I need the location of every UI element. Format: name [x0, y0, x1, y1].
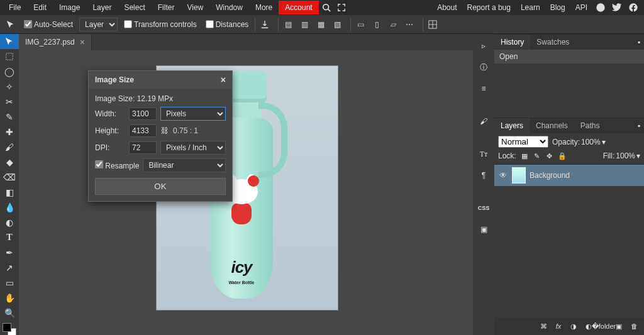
more-align-icon[interactable]: ⋯	[402, 18, 416, 31]
width-input[interactable]	[129, 107, 157, 120]
delete-layer-icon[interactable]: 🗑	[629, 321, 639, 331]
twitter-icon[interactable]	[611, 2, 623, 13]
tab-paths[interactable]: Paths	[574, 118, 606, 133]
gradient-tool[interactable]: ◧	[0, 185, 19, 200]
panel-character-icon[interactable]: Tт	[475, 146, 492, 162]
zoom-tool[interactable]: 🔍	[0, 305, 19, 321]
dialog-close-icon[interactable]: ×	[221, 75, 226, 85]
link-api[interactable]: API	[570, 1, 592, 14]
pen-tool[interactable]: ✒	[0, 245, 19, 260]
layers-panel-menu-icon[interactable]: ▪	[634, 120, 644, 131]
link-report-bug[interactable]: Report a bug	[462, 1, 516, 14]
lock-pixels-icon[interactable]: ▦	[520, 151, 529, 160]
layer-mask-icon[interactable]: ◑	[569, 321, 579, 331]
clone-tool[interactable]: ◆	[0, 155, 19, 170]
blend-mode-select[interactable]: Normal	[498, 136, 548, 148]
color-swatches[interactable]	[3, 323, 16, 335]
menu-file[interactable]: File	[3, 1, 27, 14]
layer-folder-icon[interactable]: �folder	[599, 321, 609, 331]
search-icon[interactable]	[319, 0, 334, 15]
menu-filter[interactable]: Filter	[152, 1, 181, 14]
grid-icon[interactable]	[426, 18, 440, 31]
height-input[interactable]	[129, 124, 157, 137]
distribute-spacing-icon[interactable]: ▱	[386, 18, 400, 31]
transform-controls-checkbox[interactable]: Transform controls	[121, 20, 199, 29]
dodge-tool[interactable]: ◐	[0, 215, 19, 230]
dpi-units-select[interactable]: Pixels / Inch	[160, 141, 226, 155]
fill-value[interactable]: 100%	[616, 151, 635, 160]
eyedropper-tool[interactable]: ✎	[0, 109, 19, 124]
eraser-tool[interactable]: ⌫	[0, 170, 19, 185]
lock-position-icon[interactable]: ✥	[545, 151, 554, 160]
link-layers-icon[interactable]: ⌘	[538, 321, 548, 331]
menu-select[interactable]: Select	[118, 1, 151, 14]
path-tool[interactable]: ↗	[0, 260, 19, 275]
healing-tool[interactable]: ✚	[0, 124, 19, 140]
layer-row[interactable]: 👁 Background	[494, 165, 644, 186]
opacity-flyout-icon[interactable]: ▾	[602, 138, 606, 146]
brush-tool[interactable]: 🖌	[0, 140, 19, 155]
distribute-v-icon[interactable]: ▯	[370, 18, 384, 31]
history-item[interactable]: Open	[494, 50, 644, 63]
menu-more[interactable]: More	[249, 1, 279, 14]
lasso-tool[interactable]: ◯	[0, 64, 19, 79]
link-blog[interactable]: Blog	[545, 1, 570, 14]
close-tab-icon[interactable]: ×	[80, 37, 85, 47]
new-layer-icon[interactable]: ▣	[614, 321, 624, 331]
tab-history[interactable]: History	[494, 35, 530, 50]
distribute-h-icon[interactable]: ▭	[353, 18, 367, 31]
fullscreen-icon[interactable]	[334, 0, 349, 15]
panel-cursor-icon[interactable]: ▹	[475, 38, 492, 54]
type-tool[interactable]: T	[0, 230, 19, 245]
move-tool[interactable]	[0, 34, 19, 49]
constrain-link-icon[interactable]: ⛓	[160, 126, 169, 135]
menu-window[interactable]: Window	[209, 1, 249, 14]
distances-checkbox[interactable]: Distances	[203, 20, 252, 29]
menu-layer[interactable]: Layer	[86, 1, 118, 14]
align-download-icon[interactable]	[258, 18, 272, 31]
align-center-h-icon[interactable]: ▥	[297, 18, 311, 31]
layer-fx-icon[interactable]: fx	[553, 321, 564, 331]
tab-layers[interactable]: Layers	[494, 118, 530, 133]
link-about[interactable]: About	[432, 1, 462, 14]
panel-brush-icon[interactable]: 🖌	[475, 113, 492, 129]
lock-all-icon[interactable]: 🔒	[558, 151, 567, 160]
panel-css-icon[interactable]: CSS	[475, 200, 492, 216]
fill-flyout-icon[interactable]: ▾	[636, 151, 640, 160]
panel-image-icon[interactable]: ▣	[475, 221, 492, 238]
auto-select-target[interactable]: Layer	[79, 18, 118, 31]
crop-tool[interactable]: ✂	[0, 94, 19, 109]
lock-brush-icon[interactable]: ✎	[533, 151, 541, 160]
facebook-icon[interactable]	[628, 2, 639, 13]
document-tab[interactable]: IMG_2237.psd ×	[19, 34, 92, 50]
ok-button[interactable]: OK	[95, 178, 226, 195]
panel-adjust-icon[interactable]: ≡	[475, 80, 492, 97]
layer-visibility-icon[interactable]: 👁	[498, 171, 508, 180]
dpi-input[interactable]	[129, 141, 157, 154]
resample-checkbox[interactable]: Resample	[95, 160, 139, 170]
width-units-select[interactable]: Pixels	[160, 107, 226, 121]
panel-paragraph-icon[interactable]: ¶	[475, 167, 492, 184]
link-learn[interactable]: Learn	[516, 1, 545, 14]
menu-view[interactable]: View	[180, 1, 209, 14]
align-left-icon[interactable]: ▤	[281, 18, 295, 31]
align-top-icon[interactable]: ▧	[330, 18, 344, 31]
wand-tool[interactable]: ✧	[0, 79, 19, 94]
reddit-icon[interactable]	[595, 2, 606, 13]
tab-swatches[interactable]: Swatches	[530, 35, 575, 50]
shape-tool[interactable]: ▭	[0, 275, 19, 290]
hand-tool[interactable]: ✋	[0, 290, 19, 305]
marquee-tool[interactable]	[0, 49, 19, 64]
auto-select-checkbox[interactable]: Auto-Select	[21, 20, 75, 29]
blur-tool[interactable]: 💧	[0, 200, 19, 215]
move-tool-icon[interactable]	[4, 18, 18, 31]
menu-image[interactable]: Image	[53, 1, 86, 14]
history-panel-menu-icon[interactable]: ▪	[634, 36, 644, 48]
canvas-area[interactable]: icy Water Bottle	[19, 50, 473, 335]
resample-method-select[interactable]: Bilinear	[143, 158, 226, 172]
menu-account[interactable]: Account	[279, 1, 318, 14]
tab-channels[interactable]: Channels	[530, 118, 574, 133]
align-right-icon[interactable]: ▦	[314, 18, 328, 31]
menu-edit[interactable]: Edit	[27, 1, 53, 14]
opacity-value[interactable]: 100%	[581, 138, 601, 146]
